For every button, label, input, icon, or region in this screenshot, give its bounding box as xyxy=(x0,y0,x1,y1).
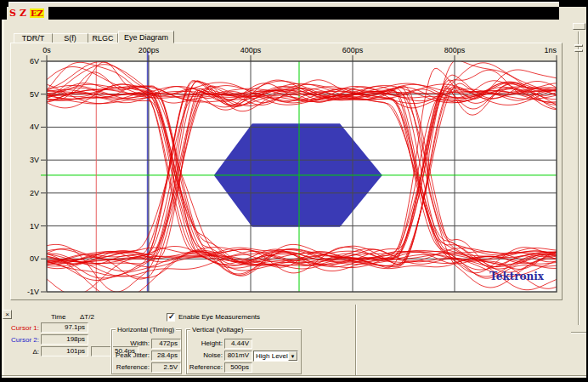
vertical-voltage-title: Vertical (Voltage) xyxy=(190,326,245,334)
horizontal-timing-title: Horizontal (Timing) xyxy=(116,326,176,334)
delta-time-field: 101ps xyxy=(41,346,88,356)
logo-letters-ez: EZ xyxy=(30,9,44,18)
measurement-value-field: 4.44V xyxy=(224,339,252,349)
vertical-scrollbar-track[interactable] xyxy=(578,31,580,325)
y-axis-label: 3V xyxy=(30,156,39,164)
measurement-label: Reference: xyxy=(114,363,150,371)
dropdown-arrow-icon[interactable]: ▼ xyxy=(288,351,297,361)
level-select-dropdown[interactable]: High Level ▼ xyxy=(253,351,298,362)
enable-eye-measurements-checkbox[interactable]: ✓ xyxy=(167,313,175,322)
measurement-label: Height: xyxy=(189,339,223,347)
y-axis-label: 4V xyxy=(30,123,39,131)
cursor2-time-field: 198ps xyxy=(41,334,88,345)
y-axis-label: 6V xyxy=(30,57,39,66)
x-axis-label: 400ps xyxy=(240,46,262,54)
window-bottom-groove xyxy=(2,375,586,377)
x-axis-label: 1ns xyxy=(544,46,557,54)
tektronix-watermark: Tektronix xyxy=(489,271,545,282)
panel-divider xyxy=(355,305,357,375)
y-axis-label: 2V xyxy=(30,189,39,197)
measurement-value-field: 28.4ps xyxy=(151,351,181,361)
logo-letter-s: S xyxy=(9,8,16,19)
y-axis-label: 5V xyxy=(30,90,39,99)
x-axis-label: 200ps xyxy=(139,46,160,54)
measurement-label: Noise: xyxy=(189,351,223,359)
titlebar xyxy=(2,7,559,20)
level-select-value: High Level xyxy=(256,352,288,360)
y-axis-label: 1V xyxy=(30,222,39,231)
enable-eye-measurements-label: Enable Eye Measurements xyxy=(178,313,260,321)
measurement-value-field: 2.5V xyxy=(151,362,181,373)
measurement-label: Reference: xyxy=(189,363,223,371)
measurement-value-field: 472ps xyxy=(151,339,181,349)
tab-eye-diagram[interactable]: Eye Diagram xyxy=(118,31,174,43)
measurement-value-field: 801mV xyxy=(224,351,252,361)
y-axis-label: 0V xyxy=(30,254,39,263)
vertical-scrollbar-thumb[interactable] xyxy=(573,23,585,30)
close-panel-button[interactable]: × xyxy=(3,310,12,319)
application-window: S Z EZ TDR/TS(f)RLGCEye Diagram 0s200ps4… xyxy=(0,0,588,382)
app-logo: S Z EZ xyxy=(7,7,48,20)
window-left-edge xyxy=(3,20,4,376)
measurement-label: Width: xyxy=(114,339,150,347)
cursor1-time-field: 97.1ps xyxy=(41,322,88,333)
eye-diagram-chart: 0s200ps400ps600ps800ps1ns6V5V4V3V2V1V0V-… xyxy=(10,43,563,300)
x-axis-label: 600ps xyxy=(342,46,364,54)
x-axis-label: 800ps xyxy=(444,46,466,54)
cursor1-label: Cursor 1: xyxy=(10,324,39,332)
cursor2-label: Cursor 2: xyxy=(10,336,39,344)
column-header-dt2: ΔT/2 xyxy=(80,313,94,321)
eye-diagram-panel: 0s200ps400ps600ps800ps1ns6V5V4V3V2V1V0V-… xyxy=(10,43,563,300)
delta-label: Δ: xyxy=(10,348,39,356)
scrollbar-grip-dash xyxy=(574,49,583,52)
horizontal-timing-group: Horizontal (Timing) Width:472psPeak Jitt… xyxy=(111,329,182,374)
scrollbar-bottom-mark xyxy=(571,332,586,334)
y-axis-label: -1V xyxy=(27,288,39,296)
vertical-voltage-group: Vertical (Voltage) High Level ▼ Height:4… xyxy=(186,329,302,374)
scrollbar-grip-dash xyxy=(574,44,583,47)
measurement-label: Peak Jitter: xyxy=(114,351,150,359)
logo-letter-z: Z xyxy=(20,8,26,19)
checkmark-icon: ✓ xyxy=(168,313,174,319)
x-axis-label: 0s xyxy=(42,46,51,54)
column-header-time: Time xyxy=(51,313,65,321)
measurement-value-field: 500ps xyxy=(224,362,252,373)
